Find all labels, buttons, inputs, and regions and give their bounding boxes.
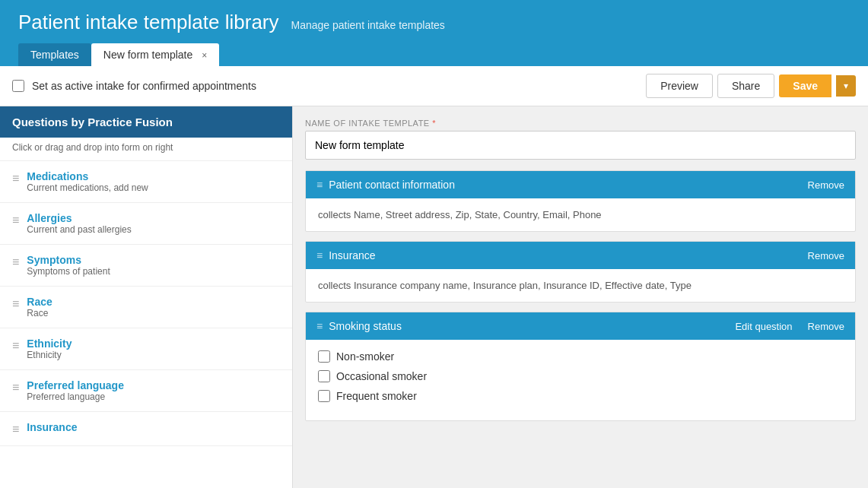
sidebar-item-race-desc: Race: [27, 308, 52, 318]
toolbar-right: Preview Share Save ▾: [646, 74, 856, 98]
sidebar-header: Questions by Practice Fusion: [0, 106, 292, 138]
sidebar-item-ethnicity-desc: Ethnicity: [27, 350, 72, 360]
smoking-option-occasional: Occasional smoker: [318, 370, 843, 382]
section-insurance-title: Insurance: [329, 249, 375, 261]
sidebar-item-ethnicity[interactable]: ≡ Ethnicity Ethnicity: [0, 328, 292, 370]
section-patient-contact-header: ≡ Patient contact information Remove: [306, 171, 855, 198]
smoking-option-frequent: Frequent smoker: [318, 390, 843, 402]
drag-handle-icon: ≡: [12, 172, 19, 185]
section-patient-contact-remove[interactable]: Remove: [808, 179, 844, 191]
section-smoking-status-header: ≡ Smoking status Edit question Remove: [306, 312, 855, 340]
sidebar-item-ethnicity-title: Ethnicity: [27, 337, 72, 350]
sidebar-item-preferred-language-title: Preferred language: [27, 379, 124, 391]
page-subtitle: Manage patient intake templates: [291, 19, 445, 31]
tab-bar: Templates New form template ×: [18, 43, 850, 66]
sidebar-item-insurance-title: Insurance: [27, 421, 77, 433]
section-smoking-body: Non-smoker Occasional smoker Frequent sm…: [306, 340, 855, 420]
header-title-row: Patient intake template library Manage p…: [18, 11, 850, 34]
save-dropdown-button[interactable]: ▾: [836, 75, 856, 97]
sidebar-item-preferred-language-desc: Preferred language: [27, 391, 124, 402]
required-star: *: [432, 119, 436, 128]
section-drag-handle-icon: ≡: [316, 249, 323, 261]
section-patient-contact: ≡ Patient contact information Remove col…: [305, 170, 856, 232]
section-drag-handle-icon: ≡: [316, 320, 323, 332]
section-insurance-header: ≡ Insurance Remove: [306, 242, 855, 269]
header: Patient intake template library Manage p…: [0, 0, 868, 66]
toolbar: Set as active intake for confirmed appoi…: [0, 66, 868, 106]
section-smoking-status-title: Smoking status: [329, 320, 402, 332]
occasional-smoker-label: Occasional smoker: [336, 370, 427, 382]
section-insurance-body: collects Insurance company name, Insuran…: [306, 269, 855, 302]
content-area: NAME OF INTAKE TEMPLATE * ≡ Patient cont…: [293, 106, 868, 488]
section-insurance: ≡ Insurance Remove collects Insurance co…: [305, 241, 856, 303]
page-title: Patient intake template library: [18, 11, 279, 34]
section-insurance-remove[interactable]: Remove: [808, 250, 844, 261]
frequent-smoker-label: Frequent smoker: [336, 390, 417, 402]
frequent-smoker-checkbox[interactable]: [318, 390, 330, 402]
sidebar-item-allergies[interactable]: ≡ Allergies Current and past allergies: [0, 203, 292, 245]
drag-handle-icon: ≡: [12, 381, 19, 395]
tab-templates[interactable]: Templates: [18, 43, 91, 66]
sidebar: Questions by Practice Fusion Click or dr…: [0, 106, 293, 488]
sidebar-item-race[interactable]: ≡ Race Race: [0, 287, 292, 328]
section-drag-handle-icon: ≡: [316, 179, 323, 191]
sidebar-instruction: Click or drag and drop into form on righ…: [0, 138, 292, 161]
non-smoker-checkbox[interactable]: [318, 350, 330, 363]
sidebar-item-symptoms[interactable]: ≡ Symptoms Symptoms of patient: [0, 245, 292, 287]
drag-handle-icon: ≡: [12, 297, 19, 311]
sidebar-item-symptoms-title: Symptoms: [27, 254, 110, 266]
chevron-down-icon: ▾: [844, 81, 848, 91]
smoking-option-non-smoker: Non-smoker: [318, 350, 843, 363]
sidebar-item-insurance[interactable]: ≡ Insurance: [0, 412, 292, 446]
sidebar-item-preferred-language[interactable]: ≡ Preferred language Preferred language: [0, 370, 292, 412]
preview-button[interactable]: Preview: [646, 74, 713, 98]
template-name-label: NAME OF INTAKE TEMPLATE *: [305, 119, 856, 128]
section-smoking-status: ≡ Smoking status Edit question Remove No…: [305, 312, 856, 421]
toolbar-left: Set as active intake for confirmed appoi…: [12, 80, 256, 92]
drag-handle-icon: ≡: [12, 339, 19, 353]
drag-handle-icon: ≡: [12, 423, 19, 436]
drag-handle-icon: ≡: [12, 214, 19, 227]
occasional-smoker-checkbox[interactable]: [318, 370, 330, 382]
sidebar-item-medications[interactable]: ≡ Medications Current medications, add n…: [0, 161, 292, 203]
section-patient-contact-title: Patient contact information: [329, 179, 455, 191]
drag-handle-icon: ≡: [12, 255, 19, 269]
sidebar-item-medications-title: Medications: [27, 170, 148, 182]
active-intake-label: Set as active intake for confirmed appoi…: [32, 80, 256, 92]
section-smoking-edit[interactable]: Edit question: [735, 321, 792, 332]
tab-new-form[interactable]: New form template ×: [91, 43, 219, 66]
main-layout: Questions by Practice Fusion Click or dr…: [0, 106, 868, 488]
section-smoking-remove[interactable]: Remove: [808, 321, 844, 332]
sidebar-item-allergies-title: Allergies: [27, 212, 131, 224]
sidebar-item-symptoms-desc: Symptoms of patient: [27, 266, 110, 277]
save-button[interactable]: Save: [779, 74, 831, 97]
sidebar-item-allergies-desc: Current and past allergies: [27, 224, 131, 235]
non-smoker-label: Non-smoker: [336, 350, 394, 363]
sidebar-item-race-title: Race: [27, 296, 52, 308]
template-name-input[interactable]: [305, 131, 856, 160]
tab-close-icon[interactable]: ×: [202, 50, 207, 61]
section-patient-contact-body: collects Name, Street address, Zip, Stat…: [306, 198, 855, 231]
sidebar-item-medications-desc: Current medications, add new: [27, 182, 148, 193]
active-intake-checkbox[interactable]: [12, 80, 24, 92]
share-button[interactable]: Share: [717, 74, 774, 98]
